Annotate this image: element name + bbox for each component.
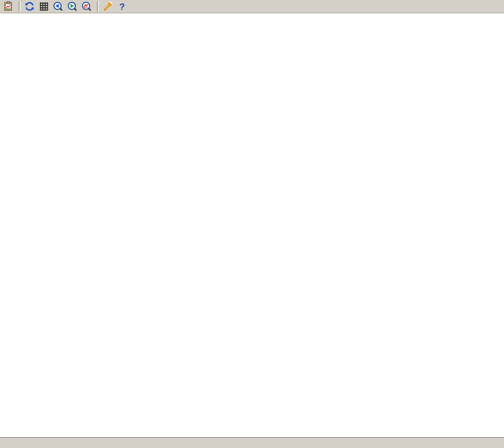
- help-question-icon: ?: [117, 1, 127, 12]
- next-zoom-button[interactable]: [66, 0, 80, 12]
- grid-icon: [38, 1, 49, 12]
- toolbar-separator: [97, 1, 99, 11]
- options-button[interactable]: [102, 0, 115, 12]
- copy-to-clipboard-button[interactable]: [2, 0, 16, 12]
- clipboard-chart-icon: [3, 1, 14, 12]
- gnuplot-plot-area: [0, 13, 504, 437]
- zoom-plot-icon: [81, 1, 92, 12]
- plot-canvas[interactable]: [0, 13, 504, 437]
- svg-text:?: ?: [119, 1, 125, 12]
- zoom-next-icon: [67, 1, 78, 12]
- help-button[interactable]: ?: [116, 0, 129, 12]
- zoom-previous-icon: [53, 1, 63, 12]
- apply-zoom-button[interactable]: [81, 0, 94, 12]
- previous-zoom-button[interactable]: [52, 0, 65, 12]
- toolbar-separator: [19, 1, 21, 11]
- toggle-grid-button[interactable]: [38, 0, 51, 12]
- toolbar: ?: [0, 0, 504, 13]
- replot-button[interactable]: [24, 0, 37, 12]
- status-bar: [0, 437, 504, 448]
- wrench-icon: [102, 1, 113, 12]
- replot-refresh-icon: [24, 1, 35, 12]
